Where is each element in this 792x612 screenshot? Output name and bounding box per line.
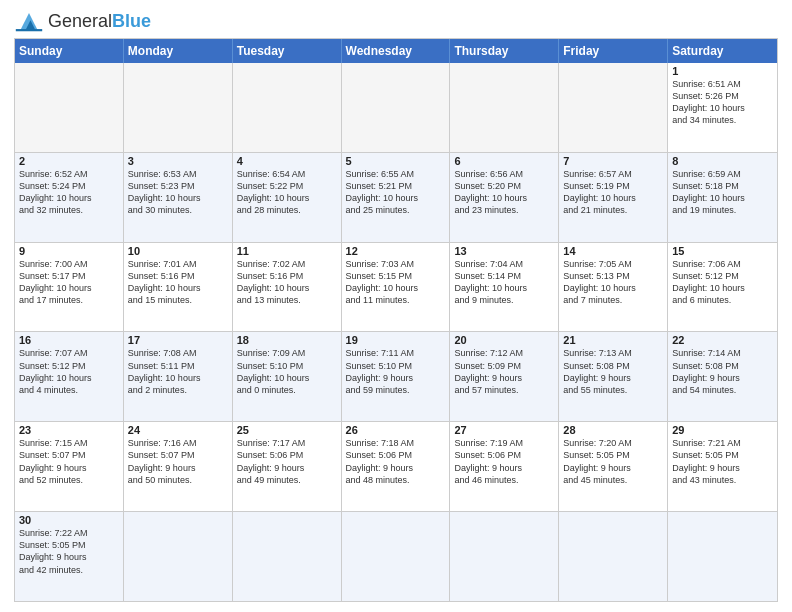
day-info: Sunrise: 6:57 AM Sunset: 5:19 PM Dayligh… (563, 168, 663, 217)
logo: GeneralBlue (14, 10, 151, 32)
day-cell: 18Sunrise: 7:09 AM Sunset: 5:10 PM Dayli… (233, 332, 342, 421)
logo-icon (14, 10, 44, 32)
day-info: Sunrise: 7:03 AM Sunset: 5:15 PM Dayligh… (346, 258, 446, 307)
day-cell (124, 63, 233, 152)
day-info: Sunrise: 7:16 AM Sunset: 5:07 PM Dayligh… (128, 437, 228, 486)
week-row: 1Sunrise: 6:51 AM Sunset: 5:26 PM Daylig… (15, 63, 777, 153)
day-number: 30 (19, 514, 119, 526)
day-info: Sunrise: 7:19 AM Sunset: 5:06 PM Dayligh… (454, 437, 554, 486)
day-info: Sunrise: 7:22 AM Sunset: 5:05 PM Dayligh… (19, 527, 119, 576)
day-number: 1 (672, 65, 773, 77)
day-number: 24 (128, 424, 228, 436)
day-cell (342, 512, 451, 601)
day-header: Monday (124, 39, 233, 63)
day-info: Sunrise: 7:17 AM Sunset: 5:06 PM Dayligh… (237, 437, 337, 486)
day-number: 25 (237, 424, 337, 436)
day-info: Sunrise: 6:54 AM Sunset: 5:22 PM Dayligh… (237, 168, 337, 217)
day-info: Sunrise: 6:51 AM Sunset: 5:26 PM Dayligh… (672, 78, 773, 127)
day-cell: 15Sunrise: 7:06 AM Sunset: 5:12 PM Dayli… (668, 243, 777, 332)
day-info: Sunrise: 6:59 AM Sunset: 5:18 PM Dayligh… (672, 168, 773, 217)
day-cell (342, 63, 451, 152)
day-number: 21 (563, 334, 663, 346)
day-number: 15 (672, 245, 773, 257)
calendar: SundayMondayTuesdayWednesdayThursdayFrid… (14, 38, 778, 602)
day-info: Sunrise: 6:55 AM Sunset: 5:21 PM Dayligh… (346, 168, 446, 217)
day-cell: 19Sunrise: 7:11 AM Sunset: 5:10 PM Dayli… (342, 332, 451, 421)
week-row: 23Sunrise: 7:15 AM Sunset: 5:07 PM Dayli… (15, 422, 777, 512)
day-cell: 29Sunrise: 7:21 AM Sunset: 5:05 PM Dayli… (668, 422, 777, 511)
day-cell (233, 63, 342, 152)
day-cell (450, 512, 559, 601)
day-number: 5 (346, 155, 446, 167)
day-cell: 27Sunrise: 7:19 AM Sunset: 5:06 PM Dayli… (450, 422, 559, 511)
day-header: Saturday (668, 39, 777, 63)
day-cell (233, 512, 342, 601)
day-cell (668, 512, 777, 601)
day-cell: 26Sunrise: 7:18 AM Sunset: 5:06 PM Dayli… (342, 422, 451, 511)
day-info: Sunrise: 7:21 AM Sunset: 5:05 PM Dayligh… (672, 437, 773, 486)
day-info: Sunrise: 6:52 AM Sunset: 5:24 PM Dayligh… (19, 168, 119, 217)
day-info: Sunrise: 7:12 AM Sunset: 5:09 PM Dayligh… (454, 347, 554, 396)
day-number: 3 (128, 155, 228, 167)
day-info: Sunrise: 7:04 AM Sunset: 5:14 PM Dayligh… (454, 258, 554, 307)
day-cell: 21Sunrise: 7:13 AM Sunset: 5:08 PM Dayli… (559, 332, 668, 421)
week-row: 2Sunrise: 6:52 AM Sunset: 5:24 PM Daylig… (15, 153, 777, 243)
day-info: Sunrise: 7:06 AM Sunset: 5:12 PM Dayligh… (672, 258, 773, 307)
day-cell: 16Sunrise: 7:07 AM Sunset: 5:12 PM Dayli… (15, 332, 124, 421)
day-cell: 22Sunrise: 7:14 AM Sunset: 5:08 PM Dayli… (668, 332, 777, 421)
day-cell: 30Sunrise: 7:22 AM Sunset: 5:05 PM Dayli… (15, 512, 124, 601)
day-info: Sunrise: 7:01 AM Sunset: 5:16 PM Dayligh… (128, 258, 228, 307)
day-number: 14 (563, 245, 663, 257)
day-number: 28 (563, 424, 663, 436)
day-info: Sunrise: 7:07 AM Sunset: 5:12 PM Dayligh… (19, 347, 119, 396)
svg-rect-2 (16, 29, 42, 31)
day-number: 6 (454, 155, 554, 167)
day-cell: 4Sunrise: 6:54 AM Sunset: 5:22 PM Daylig… (233, 153, 342, 242)
day-cell: 6Sunrise: 6:56 AM Sunset: 5:20 PM Daylig… (450, 153, 559, 242)
day-cell: 2Sunrise: 6:52 AM Sunset: 5:24 PM Daylig… (15, 153, 124, 242)
day-cell: 11Sunrise: 7:02 AM Sunset: 5:16 PM Dayli… (233, 243, 342, 332)
day-cell: 8Sunrise: 6:59 AM Sunset: 5:18 PM Daylig… (668, 153, 777, 242)
day-cell: 17Sunrise: 7:08 AM Sunset: 5:11 PM Dayli… (124, 332, 233, 421)
day-cell: 9Sunrise: 7:00 AM Sunset: 5:17 PM Daylig… (15, 243, 124, 332)
day-header: Tuesday (233, 39, 342, 63)
week-row: 9Sunrise: 7:00 AM Sunset: 5:17 PM Daylig… (15, 243, 777, 333)
day-cell: 1Sunrise: 6:51 AM Sunset: 5:26 PM Daylig… (668, 63, 777, 152)
day-header: Wednesday (342, 39, 451, 63)
day-info: Sunrise: 7:13 AM Sunset: 5:08 PM Dayligh… (563, 347, 663, 396)
day-header: Thursday (450, 39, 559, 63)
day-cell: 3Sunrise: 6:53 AM Sunset: 5:23 PM Daylig… (124, 153, 233, 242)
day-header: Sunday (15, 39, 124, 63)
day-number: 22 (672, 334, 773, 346)
day-number: 4 (237, 155, 337, 167)
day-info: Sunrise: 6:56 AM Sunset: 5:20 PM Dayligh… (454, 168, 554, 217)
day-number: 12 (346, 245, 446, 257)
day-cell: 5Sunrise: 6:55 AM Sunset: 5:21 PM Daylig… (342, 153, 451, 242)
day-info: Sunrise: 7:05 AM Sunset: 5:13 PM Dayligh… (563, 258, 663, 307)
day-cell: 13Sunrise: 7:04 AM Sunset: 5:14 PM Dayli… (450, 243, 559, 332)
day-info: Sunrise: 7:14 AM Sunset: 5:08 PM Dayligh… (672, 347, 773, 396)
day-cell (559, 63, 668, 152)
day-cell: 10Sunrise: 7:01 AM Sunset: 5:16 PM Dayli… (124, 243, 233, 332)
day-header: Friday (559, 39, 668, 63)
logo-text: GeneralBlue (48, 11, 151, 32)
day-cell (559, 512, 668, 601)
day-number: 26 (346, 424, 446, 436)
page: GeneralBlue SundayMondayTuesdayWednesday… (0, 0, 792, 612)
day-number: 9 (19, 245, 119, 257)
day-cell: 28Sunrise: 7:20 AM Sunset: 5:05 PM Dayli… (559, 422, 668, 511)
day-cell (124, 512, 233, 601)
day-number: 20 (454, 334, 554, 346)
day-info: Sunrise: 6:53 AM Sunset: 5:23 PM Dayligh… (128, 168, 228, 217)
weeks: 1Sunrise: 6:51 AM Sunset: 5:26 PM Daylig… (15, 63, 777, 601)
week-row: 16Sunrise: 7:07 AM Sunset: 5:12 PM Dayli… (15, 332, 777, 422)
day-number: 10 (128, 245, 228, 257)
day-cell: 20Sunrise: 7:12 AM Sunset: 5:09 PM Dayli… (450, 332, 559, 421)
day-number: 23 (19, 424, 119, 436)
day-number: 27 (454, 424, 554, 436)
day-cell: 23Sunrise: 7:15 AM Sunset: 5:07 PM Dayli… (15, 422, 124, 511)
day-info: Sunrise: 7:00 AM Sunset: 5:17 PM Dayligh… (19, 258, 119, 307)
day-number: 11 (237, 245, 337, 257)
day-cell: 12Sunrise: 7:03 AM Sunset: 5:15 PM Dayli… (342, 243, 451, 332)
day-number: 7 (563, 155, 663, 167)
